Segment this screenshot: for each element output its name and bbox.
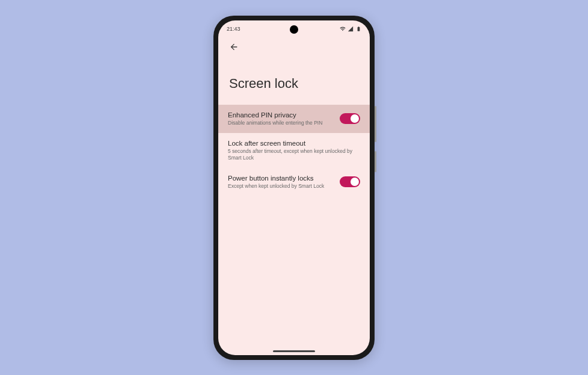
setting-enhanced-pin-privacy[interactable]: Enhanced PIN privacy Disable animations … xyxy=(218,105,370,133)
setting-title: Lock after screen timeout xyxy=(228,140,360,147)
wifi-icon xyxy=(340,26,346,32)
camera-notch xyxy=(290,25,298,34)
status-icons xyxy=(340,26,361,32)
toggle-thumb xyxy=(351,114,359,123)
setting-text: Lock after screen timeout 5 seconds afte… xyxy=(228,140,360,161)
battery-icon xyxy=(355,26,361,32)
setting-subtitle: Disable animations while entering the PI… xyxy=(228,120,335,126)
setting-lock-after-timeout[interactable]: Lock after screen timeout 5 seconds afte… xyxy=(218,133,370,168)
setting-text: Power button instantly locks Except when… xyxy=(228,175,335,190)
back-button[interactable] xyxy=(227,41,241,55)
phone-side-button xyxy=(375,106,376,142)
setting-subtitle: 5 seconds after timeout, except when kep… xyxy=(228,148,360,161)
toggle-thumb xyxy=(351,178,359,186)
phone-screen: 21:43 Screen lock xyxy=(218,20,370,355)
page-title: Screen lock xyxy=(218,59,370,105)
phone-side-button xyxy=(375,151,376,172)
navigation-bar-handle[interactable] xyxy=(273,350,315,352)
toggle-enhanced-pin-privacy[interactable] xyxy=(340,113,360,124)
back-arrow-icon xyxy=(229,42,239,54)
setting-title: Power button instantly locks xyxy=(228,175,335,182)
setting-title: Enhanced PIN privacy xyxy=(228,111,335,119)
toggle-power-button-locks[interactable] xyxy=(340,176,360,187)
header-row xyxy=(218,35,370,59)
setting-subtitle: Except when kept unlocked by Smart Lock xyxy=(228,183,335,190)
signal-icon xyxy=(348,26,354,32)
phone-device-frame: 21:43 Screen lock xyxy=(213,16,375,360)
status-time: 21:43 xyxy=(227,26,240,32)
setting-text: Enhanced PIN privacy Disable animations … xyxy=(228,111,335,126)
setting-power-button-locks[interactable]: Power button instantly locks Except when… xyxy=(218,168,370,196)
